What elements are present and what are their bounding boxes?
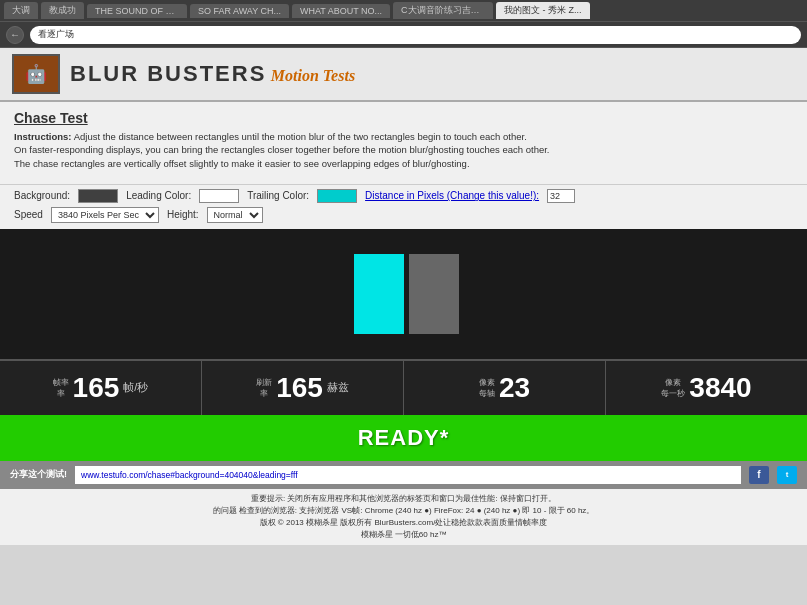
tab-sound[interactable]: THE SOUND OF SI... xyxy=(87,4,187,18)
animation-area xyxy=(0,229,807,359)
instructions-text: Instructions: Adjust the distance betwee… xyxy=(14,130,793,170)
stat-refresh-label1: 刷新 xyxy=(256,377,272,388)
background-swatch[interactable] xyxy=(78,189,118,203)
test-title: Chase Test xyxy=(14,110,793,126)
stat-refresh: 刷新 率 165 赫兹 xyxy=(202,361,404,415)
stat-refresh-value: 165 xyxy=(276,372,323,404)
stat-pixels-axis-label2: 每轴 xyxy=(479,388,495,399)
logo-icon: 🤖 xyxy=(25,63,47,85)
trailing-rectangle xyxy=(409,254,459,334)
distance-label: Distance in Pixels (Change this value!): xyxy=(365,190,539,201)
tab-what[interactable]: WHAT ABOUT NO... xyxy=(292,4,390,18)
leading-swatch[interactable] xyxy=(199,189,239,203)
stat-pixels-axis-value: 23 xyxy=(499,372,530,404)
speed-label: Speed xyxy=(14,209,43,220)
footer-line4: 模糊杀星 一切低60 hz™ xyxy=(14,529,793,541)
ready-text: READY* xyxy=(358,425,450,451)
tab-1[interactable]: 大调 xyxy=(4,2,38,19)
ready-bar: READY* xyxy=(0,415,807,461)
footer-area: 重要提示: 关闭所有应用程序和其他浏览器的标签页和窗口为最佳性能: 保持窗口打开… xyxy=(0,489,807,545)
leading-rectangle xyxy=(354,254,404,334)
address-bar[interactable]: 看逐广场 xyxy=(30,26,801,44)
height-label: Height: xyxy=(167,209,199,220)
stat-framerate-unit: 帧/秒 xyxy=(123,380,148,395)
controls-row-1: Background: Leading Color: Trailing Colo… xyxy=(14,189,793,203)
speed-select[interactable]: 1920 Pixels Per Sec 3840 Pixels Per Sec … xyxy=(51,207,159,223)
leading-label: Leading Color: xyxy=(126,190,191,201)
site-subtitle: Motion Tests xyxy=(271,67,355,84)
site-title: BLUR BUSTERS xyxy=(70,61,266,86)
stat-pixels-sec: 像素 每一秒 3840 xyxy=(606,361,807,415)
stat-refresh-label2: 率 xyxy=(260,388,268,399)
stat-framerate-label2: 率 xyxy=(57,388,65,399)
twitter-button[interactable]: t xyxy=(777,466,797,484)
stat-pixels-sec-value: 3840 xyxy=(689,372,751,404)
tab-active[interactable]: 我的图文 - 秀米 Z... xyxy=(496,2,590,19)
footer-line2: 的问题 检查到的浏览器: 支持浏览器 VS帧: Chrome (240 hz ●… xyxy=(14,505,793,517)
test-info-area: Chase Test Instructions: Adjust the dist… xyxy=(0,102,807,185)
chase-container xyxy=(334,244,474,344)
stats-bar: 帧率 率 165 帧/秒 刷新 率 165 赫兹 像素 每轴 23 xyxy=(0,359,807,415)
stat-refresh-unit: 赫兹 xyxy=(327,380,349,395)
stat-pixels-axis: 像素 每轴 23 xyxy=(404,361,606,415)
controls-row-2: Speed 1920 Pixels Per Sec 3840 Pixels Pe… xyxy=(14,207,793,223)
stat-pixels-axis-inner: 像素 每轴 xyxy=(479,377,495,399)
height-select[interactable]: Short Normal Tall xyxy=(207,207,263,223)
stat-refresh-inner: 刷新 率 xyxy=(256,377,272,399)
stat-pixels-axis-label1: 像素 xyxy=(479,377,495,388)
site-title-area: BLUR BUSTERS Motion Tests xyxy=(70,61,355,87)
stat-pixels-sec-label2: 每一秒 xyxy=(661,388,685,399)
distance-input[interactable] xyxy=(547,189,575,203)
tab-sofar[interactable]: SO FAR AWAY CH... xyxy=(190,4,289,18)
stat-pixels-sec-inner: 像素 每一秒 xyxy=(661,377,685,399)
trailing-label: Trailing Color: xyxy=(247,190,309,201)
tab-guitar[interactable]: C大调音阶练习吉他... xyxy=(393,2,493,19)
site-header: 🤖 BLUR BUSTERS Motion Tests xyxy=(0,48,807,102)
distance-link[interactable]: Distance in Pixels (Change this value!): xyxy=(365,190,539,201)
facebook-button[interactable]: f xyxy=(749,466,769,484)
stat-framerate-unit-area: 帧/秒 xyxy=(123,380,148,395)
stat-pixels-sec-label1: 像素 xyxy=(665,377,681,388)
stat-framerate: 帧率 率 165 帧/秒 xyxy=(0,361,202,415)
background-label: Background: xyxy=(14,190,70,201)
stat-refresh-unit-area: 赫兹 xyxy=(327,380,349,395)
share-url[interactable]: www.testufo.com/chase#background=404040&… xyxy=(75,466,741,484)
footer-line3: 版权 © 2013 模糊杀星 版权所有 BlurBusters.com/处让稳抢… xyxy=(14,517,793,529)
share-label: 分享这个测试! xyxy=(10,468,67,481)
stat-framerate-value: 165 xyxy=(73,372,120,404)
tab-2[interactable]: 教成功 xyxy=(41,2,84,19)
stat-framerate-inner: 帧率 率 xyxy=(53,377,69,399)
share-row: 分享这个测试! www.testufo.com/chase#background… xyxy=(0,461,807,489)
stat-framerate-label1: 帧率 xyxy=(53,377,69,388)
back-button[interactable]: ← xyxy=(6,26,24,44)
address-bar-row: ← 看逐广场 xyxy=(0,22,807,48)
footer-line1: 重要提示: 关闭所有应用程序和其他浏览器的标签页和窗口为最佳性能: 保持窗口打开… xyxy=(14,493,793,505)
trailing-swatch[interactable] xyxy=(317,189,357,203)
controls-area: Background: Leading Color: Trailing Colo… xyxy=(0,185,807,229)
page-content: 🤖 BLUR BUSTERS Motion Tests Chase Test I… xyxy=(0,48,807,605)
browser-tabs-bar: 大调 教成功 THE SOUND OF SI... SO FAR AWAY CH… xyxy=(0,0,807,22)
site-logo: 🤖 xyxy=(12,54,60,94)
